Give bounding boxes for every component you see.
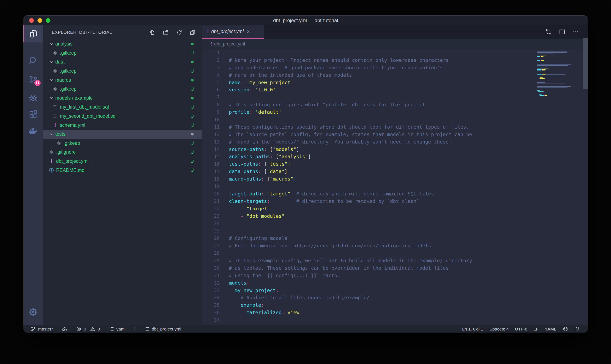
encoding-setting[interactable]: UTF-8 [515, 326, 527, 332]
line-number: 30 [202, 264, 220, 272]
tree-file-dbt-project-yml[interactable]: !dbt_project.ymlU [43, 157, 202, 166]
code-line-content [220, 316, 229, 324]
code-line-25[interactable]: 25 [202, 227, 588, 235]
activity-docker-button[interactable] [23, 122, 43, 140]
tree-folder-analysis[interactable]: analysis [43, 39, 202, 49]
code-line-35[interactable]: 35 example: [202, 301, 588, 309]
code-line-9[interactable]: 9profile: 'default' [202, 109, 588, 116]
title-bar[interactable]: dbt_project.yml — dbt-tutorial [23, 16, 588, 25]
git-untracked-badge: U [191, 68, 194, 74]
code-line-3[interactable]: 3# and underscores. A good package name … [202, 64, 588, 72]
code-line-2[interactable]: 2# Name your project! Project names shou… [202, 57, 588, 64]
minimap[interactable] [537, 49, 572, 97]
indentation-setting[interactable]: Spaces: 4 [489, 326, 509, 332]
code-line-content: data-paths: ["data"] [220, 168, 288, 175]
activity-source-control-button[interactable]: 11 [23, 71, 43, 88]
code-line-18[interactable]: 18macro-paths: ["macros"] [202, 175, 588, 183]
code-editor[interactable]: 12# Name your project! Project names sho… [202, 49, 588, 325]
open-changes-icon[interactable] [545, 28, 552, 35]
code-line-31[interactable]: 31# using the `{{ config(...) }}` macro. [202, 272, 588, 279]
problems-status[interactable]: 0 0 [76, 326, 100, 332]
linter-file: dbt_project.yml [152, 326, 181, 332]
code-line-10[interactable]: 10 [202, 116, 588, 123]
code-line-4[interactable]: 4# name or the intended use of these mod… [202, 72, 588, 79]
tree-file-my-first-dbt-model-sql[interactable]: my_first_dbt_model.sqlU [43, 103, 202, 112]
git-status-dot [191, 97, 194, 100]
tree-file--gitkeep[interactable]: .gitkeepU [43, 139, 202, 148]
code-line-30[interactable]: 30# as tables. These settings can be ove… [202, 264, 588, 272]
editor-scrollbar[interactable] [583, 38, 588, 89]
code-line-32[interactable]: 32models: [202, 279, 588, 287]
breadcrumb[interactable]: ! dbt_project.yml [202, 39, 588, 49]
tree-file--gitkeep[interactable]: .gitkeepU [43, 49, 202, 58]
code-line-6[interactable]: 6version: '1.0.0' [202, 86, 588, 94]
gear-icon [28, 307, 38, 317]
activity-settings-button[interactable] [23, 303, 43, 321]
git-branch-status[interactable]: master* [30, 326, 53, 332]
activity-extensions-button[interactable] [23, 106, 43, 123]
code-line-19[interactable]: 19 [202, 183, 588, 190]
language-mode[interactable]: YAML [545, 326, 556, 332]
activity-debug-button[interactable] [23, 89, 43, 106]
notifications-bell-icon[interactable] [575, 326, 580, 332]
close-tab-icon[interactable]: × [247, 29, 250, 35]
tree-file-readme-md[interactable]: README.mdU [43, 166, 202, 175]
tree-file--gitignore[interactable]: .gitignoreU [43, 148, 202, 157]
code-line-37[interactable]: 37 [202, 316, 588, 324]
code-line-14[interactable]: 14source-paths: ["models"] [202, 146, 588, 153]
linter-yaml-status[interactable]: yaml [109, 326, 125, 332]
tree-folder-models-example[interactable]: models / example [43, 94, 202, 103]
code-line-28[interactable]: 28 [202, 250, 588, 257]
git-status-dot [191, 61, 194, 63]
refresh-icon[interactable] [176, 29, 183, 36]
tree-file-my-second-dbt-model-sql[interactable]: my_second_dbt_model.sqlU [43, 112, 202, 121]
code-line-11[interactable]: 11# These configurations specify where d… [202, 123, 588, 131]
tree-folder-data[interactable]: data [43, 57, 202, 67]
code-line-26[interactable]: 26# Configuring models [202, 235, 588, 242]
sync-status[interactable] [62, 326, 67, 332]
code-line-27[interactable]: 27# Full documentation: https://docs.get… [202, 242, 588, 250]
tree-file--gitkeep[interactable]: .gitkeepU [43, 67, 202, 76]
code-line-20[interactable]: 20target-path: "target" # directory whic… [202, 190, 588, 198]
code-line-34[interactable]: 34 # Applies to all files under models/e… [202, 294, 588, 301]
tree-folder-tests[interactable]: tests [43, 130, 202, 139]
more-actions-icon[interactable] [572, 28, 579, 35]
split-editor-icon[interactable] [559, 28, 565, 35]
tree-file-schema-yml[interactable]: !schema.ymlU [43, 121, 202, 130]
tab-dbt-project-yml[interactable]: ! dbt_project.yml × [202, 25, 264, 39]
code-line-5[interactable]: 5name: 'my_new_project' [202, 79, 588, 86]
code-line-33[interactable]: 33 my_new_project: [202, 287, 588, 294]
code-line-8[interactable]: 8# This setting configures which "profil… [202, 101, 588, 109]
code-line-24[interactable]: 24 [202, 220, 588, 227]
new-folder-icon[interactable] [162, 29, 169, 36]
breadcrumb-file[interactable]: dbt_project.yml [214, 41, 245, 47]
tree-folder-macros[interactable]: macros [43, 76, 202, 85]
sql-file-icon [52, 113, 58, 119]
eol-setting[interactable]: LF [534, 326, 539, 332]
collapse-all-icon[interactable] [189, 29, 196, 36]
new-file-icon[interactable] [149, 29, 155, 36]
code-line-23[interactable]: 23 - "dbt_modules" [202, 213, 588, 220]
code-line-7[interactable]: 7 [202, 94, 588, 101]
code-line-12[interactable]: 12# The `source-paths` config, for examp… [202, 131, 588, 138]
activity-search-button[interactable] [23, 52, 43, 69]
code-line-15[interactable]: 15analysis-paths: ["analysis"] [202, 153, 588, 160]
code-line-22[interactable]: 22 - "target" [202, 205, 588, 213]
code-line-1[interactable]: 1 [202, 49, 588, 57]
linter-file-status[interactable]: dbt_project.yml [144, 326, 181, 332]
activity-bar: 11 [23, 25, 43, 325]
code-line-16[interactable]: 16test-paths: ["tests"] [202, 160, 588, 168]
activity-explorer-button[interactable] [23, 25, 43, 42]
code-line-21[interactable]: 21clean-targets: # directories to be rem… [202, 198, 588, 205]
extensions-icon [28, 110, 38, 119]
cursor-position[interactable]: Ln 1, Col 1 [462, 326, 483, 332]
code-line-17[interactable]: 17data-paths: ["data"] [202, 168, 588, 175]
feedback-smiley-icon[interactable] [563, 326, 568, 332]
tree-file--gitkeep[interactable]: .gitkeepU [43, 85, 202, 94]
code-line-13[interactable]: 13# found in the "models/" directory. Yo… [202, 138, 588, 146]
tree-item-label: schema.yml [60, 122, 188, 128]
code-line-29[interactable]: 29# In this example config, we tell dbt … [202, 257, 588, 264]
code-line-36[interactable]: 36 materialized: view [202, 309, 588, 316]
tab-bar: ! dbt_project.yml × [202, 25, 588, 39]
editor-group: ! dbt_project.yml × [202, 25, 588, 325]
